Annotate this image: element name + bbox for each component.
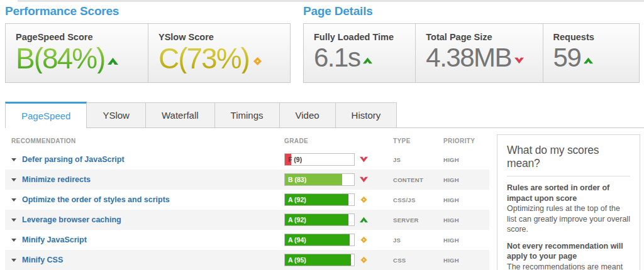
metric-value: 59: [553, 43, 581, 72]
score-card: YSlow Score C(73%): [148, 24, 290, 82]
info-section-heading: Not every recommendation will apply to y…: [507, 241, 630, 262]
metric-card: Requests 59: [543, 24, 639, 82]
priority-value: HIGH: [435, 156, 489, 163]
metric-trend-icon: [514, 57, 524, 64]
priority-value: HIGH: [435, 237, 489, 244]
metric-label: Total Page Size: [426, 32, 532, 42]
metric-trend-icon: [584, 57, 593, 64]
grade-bar: A (92): [284, 213, 355, 226]
recommendation-link[interactable]: Defer parsing of JavaScript: [22, 155, 125, 164]
grade-bar: B (83): [284, 173, 355, 186]
grade-label: A (92): [288, 216, 306, 224]
scores-info-panel: What do my scores mean? Rules are sorted…: [497, 134, 640, 270]
type-value: CSS/JS: [385, 197, 435, 203]
info-section-body: The recommendations are meant to be gene…: [507, 262, 630, 270]
recommendations-table: RECOMMENDATION GRADE TYPE PRIORITY Defer…: [5, 132, 489, 270]
header-recommendation: RECOMMENDATION: [5, 138, 278, 144]
info-sections: Rules are sorted in order of impact upon…: [507, 183, 630, 270]
score-value: C(73%): [158, 43, 249, 73]
type-value: CONTENT: [385, 176, 435, 183]
priority-value: HIGH: [435, 176, 489, 183]
info-section-body: Optimizing rules at the top of the list …: [507, 203, 630, 235]
table-row: Optimize the order of styles and scripts…: [5, 190, 489, 210]
type-value: SERVER: [385, 217, 435, 224]
performance-scores-title: Performance Scores: [5, 4, 119, 18]
tab-label: YSlow: [103, 110, 130, 121]
tab[interactable]: History: [336, 102, 397, 127]
grade-label: F (9): [288, 156, 302, 163]
tab-label: Video: [296, 110, 319, 121]
priority-value: HIGH: [435, 217, 489, 224]
grade-label: A (92): [288, 196, 306, 203]
expand-triangle-icon[interactable]: [11, 158, 16, 161]
score-trend-icon: [108, 57, 118, 65]
table-header-row: RECOMMENDATION GRADE TYPE PRIORITY: [5, 132, 489, 149]
metric-value: 6.1s: [314, 43, 360, 72]
type-value: JS: [385, 237, 435, 244]
grade-bar: F (9): [284, 153, 355, 166]
cropped-edge-strip: [18, 0, 644, 2]
table-row: Defer parsing of JavaScript F (9) JS HIG…: [5, 149, 489, 170]
table-row: Leverage browser caching A (92) SERVER H…: [5, 210, 489, 230]
page-details-panel: Fully Loaded Time 6.1s Total Page Size 4…: [303, 23, 640, 83]
grade-label: A (94): [288, 236, 306, 244]
tab-label: Timings: [231, 110, 264, 121]
tab[interactable]: Timings: [215, 102, 280, 127]
info-panel-title: What do my scores mean?: [507, 144, 630, 176]
recommendation-link[interactable]: Optimize the order of styles and scripts: [22, 195, 170, 204]
tab[interactable]: PageSpeed: [5, 102, 87, 128]
tab-label: Waterfall: [162, 110, 199, 121]
table-row: Minify CSS A (95) CSS HIGH: [5, 250, 489, 270]
metric-card: Fully Loaded Time 6.1s: [304, 24, 415, 82]
grade-label: B (83): [288, 176, 306, 183]
page-details-title: Page Details: [303, 4, 373, 18]
score-card-label: YSlow Score: [158, 32, 280, 42]
recommendation-link[interactable]: Minimize redirects: [22, 175, 91, 184]
expand-triangle-icon[interactable]: [11, 239, 16, 242]
grade-trend-icon: [360, 257, 368, 263]
grade-trend-icon: [360, 217, 368, 223]
grade-trend-icon: [360, 176, 368, 183]
expand-triangle-icon[interactable]: [11, 178, 16, 181]
grade-bar: A (95): [284, 254, 355, 266]
table-row: Minify JavaScript A (94) JS HIGH: [5, 230, 489, 250]
tab-label: PageSpeed: [21, 111, 70, 121]
grade-trend-icon: [360, 237, 368, 243]
score-value: B(84%): [16, 43, 104, 73]
table-row: Minimize redirects B (83) CONTENT HIGH: [5, 170, 489, 190]
metric-label: Fully Loaded Time: [314, 32, 405, 42]
grade-bar: A (92): [284, 193, 355, 206]
expand-triangle-icon[interactable]: [11, 198, 16, 202]
score-card: PageSpeed Score B(84%): [6, 24, 148, 82]
recommendation-link[interactable]: Minify JavaScript: [22, 235, 87, 244]
type-value: JS: [385, 156, 435, 163]
header-type: TYPE: [385, 138, 435, 144]
tab[interactable]: YSlow: [87, 102, 146, 127]
header-priority: PRIORITY: [435, 138, 489, 144]
recommendation-link[interactable]: Leverage browser caching: [22, 215, 121, 224]
tab-label: History: [352, 110, 381, 121]
performance-scores-panel: PageSpeed Score B(84%) YSlow Score C(73%…: [5, 23, 291, 83]
grade-bar: A (94): [284, 234, 355, 246]
info-section-heading: Rules are sorted in order of impact upon…: [507, 183, 630, 203]
table-body: Defer parsing of JavaScript F (9) JS HIG…: [5, 149, 489, 270]
tab[interactable]: Waterfall: [146, 102, 215, 127]
metric-label: Requests: [553, 32, 629, 42]
info-section: Rules are sorted in order of impact upon…: [507, 183, 630, 235]
score-card-label: PageSpeed Score: [16, 32, 138, 42]
expand-triangle-icon[interactable]: [11, 219, 16, 222]
grade-label: A (95): [288, 256, 306, 264]
metric-value: 4.38MB: [426, 43, 511, 72]
report-tabs: PageSpeed YSlow Waterfall Timings Video …: [5, 102, 644, 128]
recommendation-link[interactable]: Minify CSS: [22, 256, 63, 264]
header-grade: GRADE: [278, 138, 353, 144]
info-section: Not every recommendation will apply to y…: [507, 241, 630, 270]
expand-triangle-icon[interactable]: [11, 259, 16, 262]
tab[interactable]: Video: [280, 102, 336, 127]
priority-value: HIGH: [435, 197, 489, 203]
grade-trend-icon: [360, 156, 368, 163]
score-trend-icon: [252, 57, 263, 65]
priority-value: HIGH: [435, 257, 489, 264]
metric-card: Total Page Size 4.38MB: [415, 24, 542, 82]
type-value: CSS: [385, 257, 435, 264]
